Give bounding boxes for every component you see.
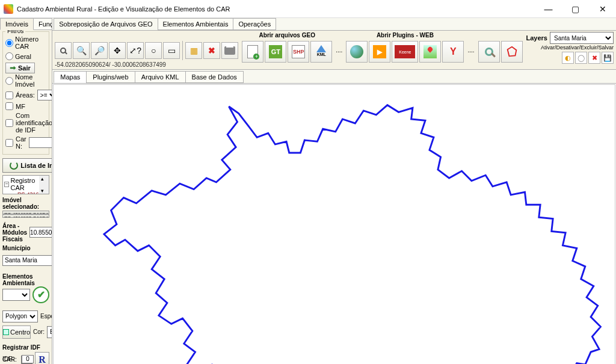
radio-nome-imovel[interactable]: Nome Imóvel	[5, 73, 40, 88]
layer-delete-button[interactable]: ✖	[588, 52, 600, 64]
keene-icon: Keene	[395, 45, 415, 58]
area-value-1: 10.8550	[29, 227, 52, 238]
lista-imoveis-button[interactable]: Lista de Imóveis Cadastrados	[2, 158, 52, 173]
layer-toggle-button[interactable]: ◐	[562, 52, 574, 64]
map-tab-kml[interactable]: Arquivo KML	[135, 71, 186, 83]
car-n-input[interactable]	[29, 137, 53, 148]
cor-select[interactable]: Branca	[47, 326, 52, 338]
rect-tool-button[interactable]: ▭	[163, 42, 180, 59]
pan-button[interactable]: ✥	[109, 42, 126, 59]
map-tab-plugins[interactable]: Plugins/web	[86, 71, 135, 83]
layers-select[interactable]: Santa Maria	[550, 32, 614, 44]
printer-icon	[224, 46, 235, 55]
zoom-out-icon: 🔎	[94, 46, 105, 55]
municipio-input[interactable]	[2, 255, 52, 266]
open-kml-button[interactable]: KML	[310, 41, 332, 63]
tree-view[interactable]: − Registro CAR RS-4316907-6EBF9E98FAB34C…	[2, 175, 49, 194]
window-title: Cadastro Ambiental Rural - Edição e Visu…	[17, 5, 535, 13]
zoom-out-button[interactable]: 🔎	[91, 42, 108, 59]
check-car-n[interactable]	[5, 139, 13, 147]
info-button[interactable]: ⤢?	[127, 42, 144, 59]
registrar-label: Registrar IDF	[2, 344, 49, 351]
app-icon	[4, 4, 13, 14]
elementos-select[interactable]	[2, 289, 30, 301]
open-file-button[interactable]	[242, 41, 263, 63]
area-label: Área - Módulos Fiscais	[2, 223, 27, 242]
sair-button[interactable]: ⮕ Sair	[5, 63, 35, 73]
radio-geral-input[interactable]	[5, 52, 13, 60]
radio-numero-car-input[interactable]	[5, 39, 13, 47]
keene-plugin-button[interactable]: Keene	[392, 41, 418, 63]
tree-collapse-icon[interactable]: −	[4, 182, 9, 187]
yandex-icon: Y	[446, 45, 460, 58]
check-mf[interactable]	[5, 102, 13, 110]
check-idf[interactable]	[5, 119, 13, 127]
tab-sobreposicao[interactable]: Sobreposição de Arquivos GEO	[54, 18, 158, 30]
kml-icon: KML	[315, 45, 328, 58]
open-gt-button[interactable]: GT	[265, 41, 286, 63]
zoom-in-button[interactable]: 🔍	[73, 42, 90, 59]
layers-sublabel: Ativar/Desativar/Excluir/Salvar	[526, 45, 614, 51]
zoom-in-icon: 🔍	[76, 46, 87, 55]
zoom-extent-icon	[60, 48, 66, 54]
pan-icon: ✥	[114, 46, 121, 55]
espessura-label: Espessura	[40, 313, 52, 319]
globe-plugin-icon	[350, 45, 363, 58]
tab-funcoes[interactable]: Funções	[33, 18, 52, 30]
tree-scrollbar[interactable]	[39, 176, 49, 194]
gmaps-plugin-button[interactable]	[419, 41, 441, 63]
refresh-icon	[10, 161, 18, 170]
areas-op-select[interactable]: >=	[37, 90, 52, 100]
tab-elementos-ambientais[interactable]: Elementos Ambientais	[158, 18, 234, 30]
left-panel: Imóveis Funções Filtros Número CAR Geral…	[0, 18, 52, 364]
map-tab-base-dados[interactable]: Base de Dados	[185, 71, 244, 83]
exit-arrow-icon: ⮕	[10, 64, 16, 72]
gt-icon: GT	[269, 45, 282, 58]
map-tab-mapas[interactable]: Mapas	[54, 71, 87, 83]
maximize-button[interactable]: ▢	[562, 0, 589, 18]
title-bar: Cadastro Ambiental Rural - Edição e Visu…	[0, 0, 616, 18]
geometry-type-select[interactable]: Polygon	[2, 310, 38, 322]
polygon-outline-button[interactable]	[501, 41, 523, 63]
zoom-extent-button[interactable]	[55, 42, 72, 59]
select-tool-button[interactable]: ▦	[185, 42, 202, 59]
radio-numero-car[interactable]: Número CAR	[5, 35, 40, 50]
reg-idf-value: 0	[22, 355, 34, 363]
map-canvas[interactable]	[53, 84, 615, 364]
check-areas[interactable]	[5, 91, 13, 99]
close-button[interactable]: ✕	[589, 0, 616, 18]
dots-2: ....	[467, 47, 474, 54]
shp-icon: SHP	[292, 45, 305, 58]
coords-display: -54.0282065090624/ -30.0006208637499	[55, 61, 238, 68]
abrir-plugins-label: Abrir Plugins - WEB	[346, 32, 464, 40]
reg-idf-label: IDF:	[2, 356, 19, 362]
doc-plus-icon	[247, 45, 258, 58]
radio-nome-imovel-input[interactable]	[5, 77, 13, 85]
dots-1: ....	[336, 47, 342, 54]
minimize-button[interactable]: —	[535, 0, 562, 18]
search-map-button[interactable]	[478, 41, 500, 63]
tab-imoveis[interactable]: Imóveis	[0, 18, 34, 30]
radio-geral[interactable]: Geral	[5, 52, 31, 60]
open-shp-button[interactable]: SHP	[288, 41, 309, 63]
tab-operacoes[interactable]: Operações	[233, 18, 276, 30]
layer-hide-button[interactable]: ◯	[575, 52, 587, 64]
centro-button[interactable]: Centro	[2, 325, 31, 339]
circle-tool-button[interactable]: ○	[145, 42, 162, 59]
info-icon: ⤢?	[129, 46, 141, 55]
select-icon: ▦	[190, 46, 198, 55]
print-button[interactable]	[221, 42, 238, 59]
selected-label: Imóvel selecionado:	[2, 197, 49, 210]
right-panel: Sobreposição de Arquivos GEO Elementos A…	[52, 18, 616, 364]
layer-save-button[interactable]: 💾	[602, 52, 614, 64]
cor-label: Cor:	[33, 329, 45, 335]
areas-label: Áreas:	[16, 91, 35, 99]
delete-button[interactable]: ✖	[203, 42, 220, 59]
bing-plugin-button[interactable]: ▶	[369, 41, 390, 63]
selected-value-2: RS-4316907-CA9E43D1BD7C40D1A4B43E535AE66…	[2, 214, 49, 218]
circle-icon: ○	[151, 46, 156, 55]
elementos-ok-button[interactable]: ✔	[32, 286, 49, 303]
yandex-plugin-button[interactable]: Y	[442, 41, 464, 63]
search-icon	[481, 44, 497, 60]
globe-plugin-button[interactable]	[346, 41, 368, 63]
